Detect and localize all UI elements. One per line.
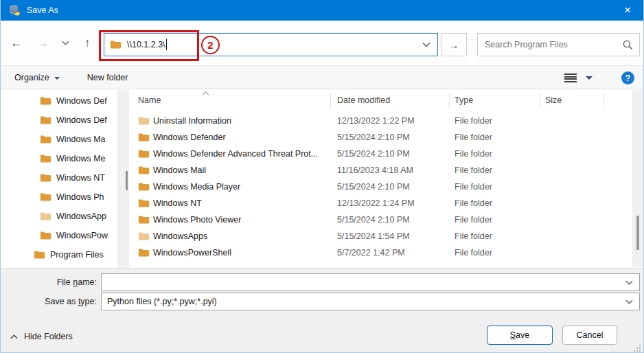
file-name-input[interactable] <box>101 273 640 291</box>
file-row[interactable]: Windows Defender5/15/2024 2:10 PMFile fo… <box>130 130 644 146</box>
file-row[interactable]: Windows NT12/13/2022 1:24 PMFile folder <box>130 196 644 212</box>
close-button[interactable]: × <box>612 0 643 21</box>
file-name: Windows Media Player <box>153 182 240 192</box>
tree-item-label: Windows Ma <box>56 135 106 144</box>
folder-tree-sidebar: Windows Def Windows Def Windows Ma Windo… <box>1 90 130 268</box>
label-text: ave <box>516 330 529 340</box>
file-name: WindowsPowerShell <box>153 248 231 258</box>
chevron-down-icon[interactable] <box>625 280 633 285</box>
file-date: 5/15/2024 2:10 PM <box>337 133 410 142</box>
folder-icon <box>34 250 45 260</box>
list-scrollbar[interactable] <box>632 90 644 267</box>
file-date: 5/15/2024 2:10 PM <box>337 182 410 192</box>
folder-icon <box>138 248 150 258</box>
chevron-down-icon[interactable] <box>422 42 430 47</box>
file-date: 5/15/2024 1:54 PM <box>337 231 410 241</box>
file-name: Windows Defender <box>153 133 226 142</box>
tree-item[interactable]: Windows Ma <box>1 131 117 148</box>
file-date: 12/13/2022 1:22 PM <box>337 116 415 126</box>
file-row[interactable]: Windows Photo Viewer5/15/2024 2:10 PMFil… <box>130 212 644 229</box>
file-type: File folder <box>455 116 492 126</box>
tree-item[interactable]: Windows Def <box>1 93 117 109</box>
file-row[interactable]: WindowsPowerShell5/7/2022 1:42 PMFile fo… <box>130 245 644 262</box>
file-name: Uninstall Information <box>153 116 231 126</box>
chevron-up-icon <box>10 334 18 339</box>
folder-icon <box>40 115 51 125</box>
folder-icon <box>110 40 122 49</box>
footer-bar: Hide Folders Save Cancel <box>1 317 643 353</box>
file-type: File folder <box>455 133 492 142</box>
list-header: Name Date modified Type Size <box>130 90 644 111</box>
column-divider[interactable] <box>603 93 604 109</box>
save-button[interactable]: Save <box>487 326 553 345</box>
folder-icon <box>138 215 150 225</box>
save-as-dialog: Save As × ← → ↑ \\10.1.2.3\ 2 → Organize… <box>0 0 644 353</box>
tree-item[interactable]: WindowsPow <box>1 227 117 244</box>
back-button[interactable]: ← <box>7 21 26 65</box>
folder-icon <box>138 166 150 175</box>
tree-item-label: Windows NT <box>56 173 105 183</box>
hidden-folder-icon <box>40 212 51 221</box>
file-type: File folder <box>455 248 492 258</box>
search-icon <box>623 40 633 50</box>
tree-item-label: Windows Ph <box>56 192 104 202</box>
new-folder-button[interactable]: New folder <box>87 73 128 82</box>
scrollbar-thumb[interactable] <box>126 171 128 190</box>
file-row[interactable]: Windows Defender Advanced Threat Prot...… <box>130 146 644 163</box>
folder-icon <box>40 231 51 240</box>
organize-menu-button[interactable]: Organize <box>14 73 60 82</box>
address-value: \\10.1.2.3\ <box>127 40 165 49</box>
forward-button[interactable]: → <box>33 21 52 65</box>
file-row[interactable]: Windows Mail11/16/2023 4:18 AMFile folde… <box>130 163 644 179</box>
tree-item-label: Windows Me <box>56 154 106 163</box>
folder-icon <box>138 133 150 142</box>
hidden-folder-icon <box>138 231 150 241</box>
resize-grip[interactable] <box>633 344 641 352</box>
column-divider[interactable] <box>449 93 450 109</box>
file-row[interactable]: Uninstall Information12/13/2022 1:22 PMF… <box>130 113 644 130</box>
chevron-down-icon[interactable] <box>625 299 633 304</box>
file-row[interactable]: Windows Media Player5/15/2024 2:10 PMFil… <box>130 179 644 196</box>
save-as-type-select[interactable]: Python files (*.py;*.pyw;*.pyi) <box>101 293 640 310</box>
go-button[interactable]: → <box>441 33 467 56</box>
view-options-chevron-icon[interactable] <box>586 76 593 80</box>
help-button[interactable]: ? <box>621 71 634 84</box>
folder-icon <box>138 182 150 192</box>
hide-folders-button[interactable]: Hide Folders <box>10 332 73 341</box>
recent-locations-button[interactable] <box>56 21 75 65</box>
up-button[interactable]: ↑ <box>78 21 97 65</box>
file-date: 5/15/2024 2:10 PM <box>337 215 410 225</box>
tree-item-program-files[interactable]: Program Files <box>1 247 117 263</box>
sidebar-scrollbar[interactable] <box>117 90 129 268</box>
file-name: Windows NT <box>153 198 202 208</box>
folder-icon <box>40 173 51 183</box>
file-type: File folder <box>455 182 492 192</box>
bottom-panel: File name: Save as type: Python files (*… <box>1 268 643 353</box>
file-name: Windows Mail <box>153 166 206 175</box>
tree-item[interactable]: WindowsApp <box>1 208 117 225</box>
chevron-down-icon <box>54 77 60 80</box>
column-header-date[interactable]: Date modified <box>337 95 390 105</box>
column-header-size[interactable]: Size <box>545 95 562 105</box>
folder-icon <box>138 198 150 208</box>
scrollbar-thumb[interactable] <box>636 216 639 250</box>
column-divider[interactable] <box>540 93 540 109</box>
change-view-icon[interactable] <box>564 73 577 82</box>
search-box <box>477 33 640 56</box>
column-divider[interactable] <box>330 93 331 109</box>
file-name: WindowsApps <box>153 231 207 241</box>
folder-icon <box>40 135 51 144</box>
tree-item[interactable]: Windows NT <box>1 170 117 186</box>
search-input[interactable] <box>478 34 621 56</box>
tree-item[interactable]: Windows Ph <box>1 189 117 205</box>
file-date: 12/13/2022 1:24 PM <box>337 198 415 208</box>
address-bar[interactable]: \\10.1.2.3\ <box>104 33 438 56</box>
file-row[interactable]: WindowsApps5/15/2024 1:54 PMFile folder <box>130 229 644 245</box>
tree-item[interactable]: Windows Me <box>1 150 117 167</box>
column-header-type[interactable]: Type <box>455 95 473 105</box>
tree-item[interactable]: Windows Def <box>1 112 117 128</box>
main-area: Windows Def Windows Def Windows Ma Windo… <box>1 90 643 268</box>
column-header-name[interactable]: Name <box>138 95 161 105</box>
file-name-label: File name: <box>1 273 97 291</box>
cancel-button[interactable]: Cancel <box>562 326 617 345</box>
